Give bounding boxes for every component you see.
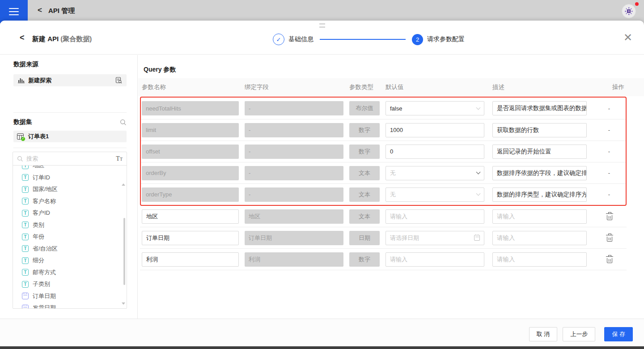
description-input[interactable]: 返回记录的开始位置 — [492, 145, 587, 159]
action-cell: - — [593, 148, 626, 155]
text-field-icon: T — [22, 245, 29, 252]
default-value-input[interactable]: 请输入 — [386, 209, 484, 224]
param-name-field-disabled: needTotalHits — [142, 101, 239, 115]
default-value-input[interactable]: 请选择日期 — [386, 231, 484, 245]
dataset-name: 订单表1 — [28, 132, 49, 140]
column-header: 操作 — [593, 83, 644, 91]
field-label: 订单日期 — [33, 292, 56, 300]
bind-field-disabled: - — [245, 145, 343, 159]
description-input[interactable]: 请输入 — [492, 252, 587, 267]
dataset-search-icon[interactable] — [120, 119, 127, 126]
description-input[interactable]: 数据的排序类型，建议确定排序方 — [492, 187, 587, 202]
default-value-input[interactable]: 0 — [386, 145, 484, 159]
description-input[interactable]: 是否返回请求数据集或图表的数据 — [492, 101, 587, 115]
field-item-text[interactable]: T子类别 — [13, 278, 127, 290]
column-header: 参数名称 — [142, 83, 239, 91]
field-item-text[interactable]: T地区 — [13, 166, 127, 172]
date-field-icon — [22, 293, 29, 299]
field-search-input[interactable]: 搜索 TT — [13, 152, 127, 166]
scroll-up-icon[interactable] — [122, 183, 125, 186]
param-type-badge: 数字 — [349, 123, 380, 137]
previous-step-button[interactable]: 上一步 — [563, 327, 595, 341]
brand-logo-icon — [624, 7, 633, 16]
modal-subtitle: (聚合数据) — [60, 35, 92, 43]
description-input[interactable]: 数据排序依据的字段，建议确定排序 — [492, 166, 587, 180]
param-name-field-disabled: orderType — [142, 187, 239, 202]
select-value: 无 — [390, 169, 396, 177]
delete-row-button[interactable] — [604, 211, 615, 222]
param-type-badge: 文本 — [349, 209, 380, 224]
field-item-text[interactable]: T邮寄方式 — [13, 267, 127, 279]
description-input[interactable]: 获取数据的行数 — [492, 123, 587, 137]
text-field-icon: T — [22, 269, 29, 276]
locked-rows-highlight: needTotalHits-布尔值false是否返回请求数据集或图表的数据-li… — [140, 97, 627, 206]
field-type-filter-icon[interactable]: TT — [116, 155, 123, 162]
text-field-icon: T — [22, 234, 29, 240]
table-header-row: 参数名称绑定字段参数类型默认值描述操作 — [138, 78, 644, 96]
param-name-input[interactable]: 地区 — [142, 209, 239, 224]
default-value-select[interactable]: 无 — [386, 187, 484, 202]
preview-icon[interactable] — [115, 77, 122, 84]
field-item-text[interactable]: T类别 — [13, 219, 127, 231]
text-field-icon: T — [22, 221, 29, 228]
select-value: false — [390, 105, 402, 112]
field-item-date[interactable]: 发货日期 — [13, 302, 127, 308]
check-badge-icon: ✓ — [21, 136, 25, 141]
search-icon — [17, 156, 23, 162]
notification-dot — [635, 2, 639, 6]
field-label: 客户ID — [33, 209, 50, 217]
hamburger-menu-button[interactable] — [0, 0, 28, 23]
field-item-text[interactable]: T客户ID — [13, 207, 127, 219]
description-input[interactable]: 请输入 — [492, 209, 587, 224]
field-label: 邮寄方式 — [33, 268, 56, 277]
delete-row-button[interactable] — [604, 254, 615, 265]
field-item-text[interactable]: T客户名称 — [13, 196, 127, 208]
field-item-text[interactable]: T国家/地区 — [13, 183, 127, 196]
new-api-modal: < 新建 API(聚合数据) ✓ 基础信息 2 请求参数配置 ✕ 数据来源 新建… — [0, 21, 644, 349]
action-cell: - — [593, 170, 626, 176]
select-value: 无 — [390, 191, 396, 199]
avatar[interactable] — [622, 4, 636, 18]
save-button[interactable]: 保 存 — [604, 327, 633, 341]
table-icon: ✓ — [17, 133, 24, 140]
chevron-down-icon — [476, 192, 481, 196]
field-list-scrollbar[interactable] — [123, 218, 125, 285]
modal-back-icon[interactable]: < — [20, 33, 25, 43]
scroll-down-icon[interactable] — [122, 302, 125, 305]
description-input[interactable]: 请输入 — [492, 231, 587, 245]
dataset-item[interactable]: ✓ 订单表1 — [13, 131, 127, 142]
default-value-select[interactable]: 无 — [386, 166, 484, 180]
step2-label: 请求参数配置 — [427, 35, 465, 43]
close-icon[interactable]: ✕ — [623, 32, 632, 43]
field-item-text[interactable]: T细分 — [13, 255, 127, 267]
param-name-input[interactable]: 订单日期 — [142, 231, 239, 245]
chevron-down-icon — [476, 105, 481, 110]
text-field-icon: T — [22, 198, 29, 204]
default-value-select[interactable]: false — [386, 101, 484, 115]
dataset-section-title: 数据集 — [13, 118, 32, 126]
trash-icon — [607, 215, 612, 220]
field-item-text[interactable]: T订单ID — [13, 172, 127, 184]
chevron-down-icon — [476, 170, 481, 174]
topbar-back-icon[interactable]: < — [38, 6, 42, 15]
table-row-locked: limit-数字1000获取数据的行数- — [141, 119, 626, 140]
default-value-input[interactable]: 请输入 — [386, 252, 484, 267]
cancel-button[interactable]: 取 消 — [529, 327, 558, 341]
calendar-icon — [474, 235, 480, 241]
step2-number: 2 — [412, 34, 423, 45]
param-name-field-disabled: limit — [142, 123, 239, 137]
field-label: 发货日期 — [33, 304, 56, 308]
bind-field-disabled: - — [245, 166, 343, 180]
explore-source-item[interactable]: 新建探索 — [13, 74, 127, 86]
table-row: 利润利润数字请输入请输入 — [140, 249, 627, 270]
text-field-icon: T — [22, 257, 29, 264]
field-item-text[interactable]: T省/自治区 — [13, 243, 127, 255]
param-type-badge: 文本 — [349, 166, 380, 180]
input-placeholder: 请输入 — [390, 213, 407, 221]
default-value-input[interactable]: 1000 — [386, 123, 484, 137]
delete-row-button[interactable] — [604, 233, 615, 243]
field-item-text[interactable]: T年份 — [13, 231, 127, 243]
field-item-date[interactable]: 订单日期 — [13, 290, 127, 302]
param-name-input[interactable]: 利润 — [142, 252, 239, 267]
action-cell — [593, 233, 627, 243]
